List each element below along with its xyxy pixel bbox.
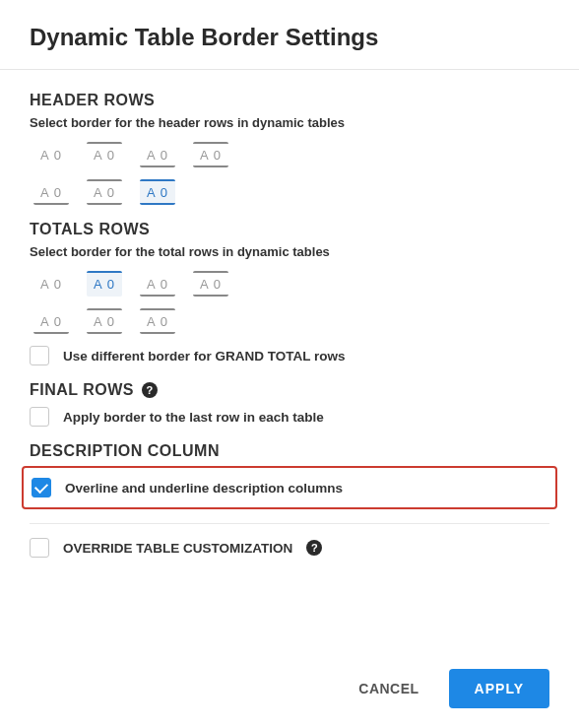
final-rows-text: FINAL ROWS [30, 381, 134, 399]
section-title-header-rows: HEADER ROWS [30, 92, 549, 109]
header-border-var-1[interactable]: A 0 [33, 179, 69, 205]
section-desc-header-rows: Select border for the header rows in dyn… [30, 115, 549, 130]
final-rows-label: Apply border to the last row in each tab… [63, 410, 324, 425]
dialog-title: Dynamic Table Border Settings [30, 24, 549, 51]
totals-swatch-row-1: A 0 A 0 A 0 A 0 [33, 271, 549, 297]
header-border-both-1[interactable]: A 0 [193, 142, 228, 167]
header-border-top[interactable]: A 0 [87, 142, 122, 167]
cancel-button[interactable]: CANCEL [353, 680, 424, 697]
section-title-totals-rows: TOTALS ROWS [30, 221, 549, 238]
override-checkbox[interactable] [30, 538, 49, 558]
header-border-bottom[interactable]: A 0 [140, 142, 175, 167]
description-overline-label: Overline and underline description colum… [65, 481, 343, 496]
divider [30, 523, 549, 524]
totals-border-none[interactable]: A 0 [33, 271, 69, 297]
grand-total-checkbox[interactable] [30, 346, 49, 365]
final-rows-checkbox[interactable] [30, 407, 49, 427]
dialog-body: HEADER ROWS Select border for the header… [0, 70, 579, 558]
totals-border-var-3[interactable]: A 0 [140, 308, 175, 334]
dialog-border-settings: Dynamic Table Border Settings HEADER ROW… [0, 0, 579, 728]
header-swatch-row-1: A 0 A 0 A 0 A 0 [33, 142, 549, 167]
description-overline-checkbox[interactable] [32, 478, 51, 497]
totals-border-var-1[interactable]: A 0 [33, 308, 69, 334]
totals-border-selected[interactable]: A 0 [87, 271, 122, 297]
header-border-none[interactable]: A 0 [33, 142, 69, 167]
section-title-final-rows: FINAL ROWS ? [30, 381, 549, 399]
help-icon[interactable]: ? [142, 382, 158, 398]
totals-swatch-row-2: A 0 A 0 A 0 [33, 308, 549, 334]
header-border-selected[interactable]: A 0 [140, 179, 175, 205]
override-label: OVERRIDE TABLE CUSTOMIZATION [63, 541, 292, 556]
highlight-box: Overline and underline description colum… [22, 466, 557, 509]
apply-button[interactable]: APPLY [449, 669, 549, 708]
header-swatch-row-2: A 0 A 0 A 0 [33, 179, 549, 205]
description-overline-row: Overline and underline description colum… [32, 478, 547, 497]
section-desc-totals-rows: Select border for the total rows in dyna… [30, 244, 549, 259]
dialog-header: Dynamic Table Border Settings [0, 0, 579, 70]
header-border-var-2[interactable]: A 0 [87, 179, 122, 205]
override-row: OVERRIDE TABLE CUSTOMIZATION ? [30, 538, 549, 558]
totals-border-var-2[interactable]: A 0 [87, 308, 122, 334]
section-title-description-column: DESCRIPTION COLUMN [30, 442, 549, 460]
grand-total-label: Use different border for GRAND TOTAL row… [63, 349, 346, 364]
grand-total-row: Use different border for GRAND TOTAL row… [30, 346, 549, 365]
help-icon[interactable]: ? [306, 540, 322, 556]
dialog-footer: CANCEL APPLY [353, 669, 549, 708]
totals-border-bottom[interactable]: A 0 [140, 271, 175, 297]
final-rows-row: Apply border to the last row in each tab… [30, 407, 549, 427]
totals-border-both-1[interactable]: A 0 [193, 271, 228, 297]
